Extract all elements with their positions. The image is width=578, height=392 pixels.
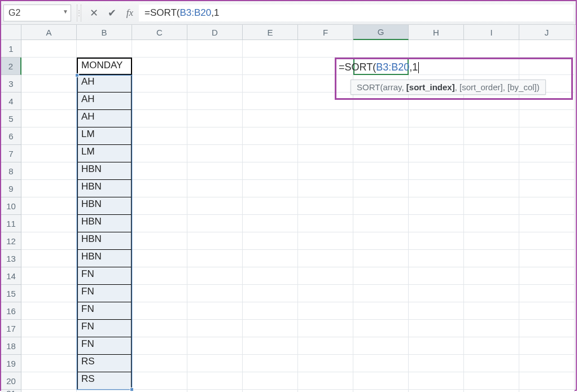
cell[interactable]: [187, 180, 243, 197]
cell[interactable]: [298, 390, 353, 392]
cell[interactable]: [298, 267, 353, 285]
cell[interactable]: [187, 390, 243, 392]
cell[interactable]: [519, 372, 575, 390]
cell[interactable]: [187, 320, 243, 337]
cell[interactable]: FN: [77, 320, 132, 337]
cell[interactable]: [464, 58, 519, 75]
cell[interactable]: [187, 93, 243, 110]
cell[interactable]: [409, 285, 464, 302]
row-header-6[interactable]: 6: [1, 127, 21, 145]
cell[interactable]: [464, 215, 519, 232]
cell[interactable]: [243, 250, 298, 267]
cell[interactable]: [243, 390, 298, 392]
cell[interactable]: [519, 232, 575, 250]
cell[interactable]: [409, 355, 464, 372]
cell[interactable]: [409, 197, 464, 215]
cell[interactable]: [353, 390, 409, 392]
cell[interactable]: [132, 320, 187, 337]
cell[interactable]: [298, 337, 353, 355]
cell[interactable]: [132, 180, 187, 197]
cell[interactable]: AH: [77, 75, 132, 93]
cell[interactable]: [243, 372, 298, 390]
cell[interactable]: RS: [77, 355, 132, 372]
column-header-F[interactable]: F: [298, 25, 353, 40]
cell[interactable]: [353, 127, 409, 145]
cell[interactable]: [243, 285, 298, 302]
cell[interactable]: [353, 40, 409, 58]
cell[interactable]: [353, 162, 409, 180]
cell[interactable]: [187, 267, 243, 285]
cell[interactable]: [519, 215, 575, 232]
cell[interactable]: [409, 180, 464, 197]
cell[interactable]: [464, 110, 519, 127]
row-header-20[interactable]: 20: [1, 372, 21, 390]
cell[interactable]: [353, 302, 409, 320]
cell[interactable]: [132, 355, 187, 372]
row-header-1[interactable]: 1: [1, 40, 21, 58]
cell[interactable]: [353, 337, 409, 355]
cell[interactable]: [409, 320, 464, 337]
cell[interactable]: [519, 40, 575, 58]
column-header-H[interactable]: H: [409, 25, 464, 40]
cell[interactable]: [21, 390, 77, 392]
cell[interactable]: [298, 93, 353, 110]
cell[interactable]: [132, 110, 187, 127]
cell[interactable]: [353, 197, 409, 215]
cell[interactable]: [187, 145, 243, 162]
cell[interactable]: [132, 93, 187, 110]
cell[interactable]: [132, 127, 187, 145]
cell[interactable]: [519, 58, 575, 75]
cell[interactable]: [353, 285, 409, 302]
cell[interactable]: [21, 180, 77, 197]
cell[interactable]: [187, 285, 243, 302]
cell[interactable]: [519, 250, 575, 267]
cell[interactable]: [243, 75, 298, 93]
cell[interactable]: [243, 110, 298, 127]
cell[interactable]: [464, 127, 519, 145]
row-header-3[interactable]: 3: [1, 75, 21, 93]
cell[interactable]: HBN: [77, 250, 132, 267]
cell[interactable]: [298, 285, 353, 302]
cell[interactable]: [353, 267, 409, 285]
cell[interactable]: [187, 110, 243, 127]
row-header-7[interactable]: 7: [1, 145, 21, 162]
cell[interactable]: [409, 302, 464, 320]
cell[interactable]: [187, 355, 243, 372]
cell[interactable]: [243, 302, 298, 320]
cell[interactable]: [243, 197, 298, 215]
cell[interactable]: [298, 110, 353, 127]
cell[interactable]: [464, 390, 519, 392]
cell[interactable]: [353, 180, 409, 197]
cell[interactable]: [132, 250, 187, 267]
cell[interactable]: [464, 232, 519, 250]
cell[interactable]: [187, 372, 243, 390]
cell[interactable]: [132, 390, 187, 392]
cell[interactable]: [298, 302, 353, 320]
row-header-16[interactable]: 16: [1, 302, 21, 320]
cell[interactable]: [464, 145, 519, 162]
cell[interactable]: HBN: [77, 197, 132, 215]
cell[interactable]: AH: [77, 93, 132, 110]
cell[interactable]: [519, 110, 575, 127]
row-header-19[interactable]: 19: [1, 355, 21, 372]
cell[interactable]: [21, 162, 77, 180]
cell[interactable]: [464, 40, 519, 58]
cell[interactable]: [243, 267, 298, 285]
cell[interactable]: [187, 302, 243, 320]
cell[interactable]: MONDAY: [77, 58, 132, 75]
cell[interactable]: [298, 250, 353, 267]
cell[interactable]: LM: [77, 127, 132, 145]
cell[interactable]: [464, 285, 519, 302]
cell[interactable]: [187, 232, 243, 250]
cell[interactable]: [77, 390, 132, 392]
cell[interactable]: [21, 215, 77, 232]
cell[interactable]: [187, 58, 243, 75]
cell[interactable]: [409, 250, 464, 267]
cell[interactable]: [519, 162, 575, 180]
cell[interactable]: [519, 145, 575, 162]
cell[interactable]: [298, 355, 353, 372]
cell[interactable]: [519, 337, 575, 355]
cell[interactable]: [132, 302, 187, 320]
column-header-A[interactable]: A: [21, 25, 77, 40]
cell[interactable]: [464, 355, 519, 372]
